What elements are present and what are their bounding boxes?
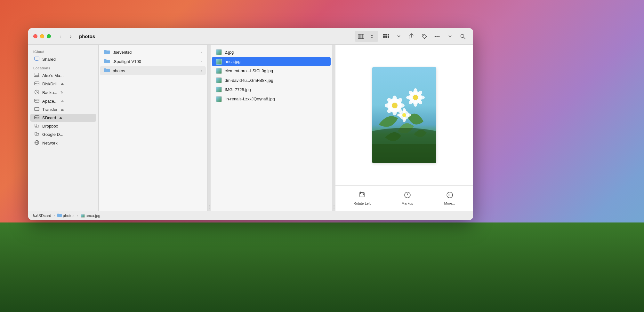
image-thumb-icon xyxy=(216,59,222,64)
svg-rect-0 xyxy=(358,34,360,39)
share-button[interactable] xyxy=(407,31,417,42)
maximize-button[interactable] xyxy=(47,34,51,38)
column-divider-1[interactable]: ⁝ xyxy=(207,45,211,211)
close-button[interactable] xyxy=(33,34,37,38)
svg-point-58 xyxy=(406,113,411,117)
dropbox-label: Dropbox xyxy=(42,124,58,129)
column-divider-2[interactable]: ⁝ xyxy=(332,45,335,211)
svg-point-52 xyxy=(413,95,418,100)
more-actions-icon xyxy=(446,191,453,200)
content-area: iCloud Shared Locations xyxy=(28,45,473,211)
pathbar-anca[interactable]: anca.jpg xyxy=(79,213,101,219)
column-item-linrenais[interactable]: lin-renais-LzxxJQoyna8.jpg xyxy=(212,94,331,103)
view-dropdown-button[interactable] xyxy=(394,31,404,42)
backup-sync[interactable]: ↻ xyxy=(60,91,63,94)
column-item-photos[interactable]: photos › xyxy=(100,66,206,75)
photos-name: photos xyxy=(113,68,198,73)
search-button[interactable] xyxy=(458,31,468,42)
apace-eject[interactable]: ⏏ xyxy=(61,99,64,103)
pathbar-sdcard-label: SDcard xyxy=(38,214,51,218)
anca-name: anca.jpg xyxy=(225,59,327,64)
column-item-2jpg[interactable]: 2.jpg xyxy=(212,48,331,57)
preview-image xyxy=(372,67,436,163)
column-item-spotlight[interactable]: .Spotlight-V100 › xyxy=(100,57,206,66)
svg-point-57 xyxy=(397,113,402,117)
image-thumb-icon xyxy=(216,49,222,55)
grid-view-button[interactable] xyxy=(381,31,391,42)
svg-line-11 xyxy=(464,37,465,39)
tag-button[interactable] xyxy=(419,31,430,42)
back-button[interactable]: ‹ xyxy=(56,32,65,41)
sidebar: iCloud Shared Locations xyxy=(28,45,99,211)
sidebar-item-network[interactable]: Network xyxy=(30,139,96,147)
rotate-left-label: Rotate Left xyxy=(353,201,371,205)
column-item-clement[interactable]: clement-pro...LSICL0g.jpg xyxy=(212,66,331,75)
svg-point-68 xyxy=(36,215,37,215)
transfer-eject[interactable]: ⏏ xyxy=(61,108,64,111)
svg-point-54 xyxy=(402,113,406,117)
markup-button[interactable]: Markup xyxy=(398,190,417,207)
locations-section-label: Locations xyxy=(28,64,98,71)
sidebar-item-sdcard[interactable]: SDcard ⏏ xyxy=(30,114,96,122)
backup-label: Backu... xyxy=(42,90,57,95)
image-thumb-icon xyxy=(216,68,222,74)
svg-point-41 xyxy=(392,103,398,108)
apace-icon xyxy=(34,98,40,104)
columns-view-button[interactable] xyxy=(356,31,366,42)
linrenais-name: lin-renais-LzxxJQoyna8.jpg xyxy=(225,97,327,101)
more-actions-button[interactable]: More... xyxy=(440,190,459,207)
sidebar-item-transfer[interactable]: Transfer ⏏ xyxy=(30,105,96,113)
pathbar: SDcard › photos › anca.jpg xyxy=(28,211,473,220)
svg-point-64 xyxy=(448,195,449,196)
svg-point-44 xyxy=(414,88,417,95)
view-options-button[interactable] xyxy=(367,31,377,42)
rotate-left-button[interactable]: Rotate Left xyxy=(350,190,374,207)
dmdavid-name: dm-david-fu...GmFB8k.jpg xyxy=(225,78,327,83)
fseventsd-name: .fseventsd xyxy=(113,50,198,55)
shared-icon xyxy=(34,57,40,62)
alexs-mac-label: Alex's Ma... xyxy=(42,73,64,78)
diskdrill-eject[interactable]: ⏏ xyxy=(61,82,64,86)
sidebar-item-backup[interactable]: Backu... ↻ xyxy=(30,88,96,97)
sidebar-item-google-d[interactable]: Google D... xyxy=(30,130,96,138)
sdcard-path-icon xyxy=(33,214,37,218)
column-2: 2.jpg anca.jpg clement-pro...LSICL0g.jpg xyxy=(211,45,332,211)
svg-rect-13 xyxy=(35,73,39,76)
column-item-dmdavid[interactable]: dm-david-fu...GmFB8k.jpg xyxy=(212,76,331,85)
image-path-icon xyxy=(81,214,85,218)
sidebar-item-dropbox[interactable]: Dropbox xyxy=(30,122,96,130)
svg-point-33 xyxy=(392,96,397,103)
transfer-label: Transfer xyxy=(42,107,58,112)
icloud-section-label: iCloud xyxy=(28,47,98,55)
more-button[interactable]: ••• xyxy=(432,31,442,42)
sidebar-item-alexs-mac[interactable]: Alex's Ma... xyxy=(30,72,96,80)
chevron-right-icon: › xyxy=(201,60,202,63)
sdcard-eject[interactable]: ⏏ xyxy=(59,116,62,120)
sidebar-item-apace[interactable]: Apace... ⏏ xyxy=(30,97,96,105)
column-item-anca[interactable]: anca.jpg xyxy=(212,57,331,66)
chevron-right-icon: › xyxy=(201,51,202,54)
transfer-icon xyxy=(34,107,40,112)
forward-button[interactable]: › xyxy=(66,32,75,41)
pathbar-photos[interactable]: photos xyxy=(56,213,76,219)
sidebar-item-shared[interactable]: Shared xyxy=(30,55,96,63)
pathbar-sdcard[interactable]: SDcard xyxy=(32,213,52,219)
sdcard-icon xyxy=(34,115,40,121)
minimize-button[interactable] xyxy=(40,34,44,38)
column-item-fseventsd[interactable]: .fseventsd › xyxy=(100,48,206,57)
svg-rect-7 xyxy=(385,36,387,38)
svg-rect-1 xyxy=(360,34,362,39)
finder-window: ‹ › photos xyxy=(28,28,473,220)
svg-point-55 xyxy=(403,108,406,113)
sidebar-item-diskdrill[interactable]: DiskDrill ⏏ xyxy=(30,80,96,88)
column-item-img7725[interactable]: IMG_7725.jpg xyxy=(212,85,331,94)
more-actions-label: More... xyxy=(444,201,455,205)
pathbar-photos-label: photos xyxy=(63,214,74,218)
spotlight-name: .Spotlight-V100 xyxy=(113,59,198,64)
google-d-label: Google D... xyxy=(42,132,63,137)
window-title: photos xyxy=(79,34,95,39)
svg-point-47 xyxy=(418,96,425,99)
svg-rect-6 xyxy=(383,36,385,38)
chevron-right-icon: › xyxy=(201,69,202,73)
more-dropdown-button[interactable] xyxy=(445,31,455,42)
